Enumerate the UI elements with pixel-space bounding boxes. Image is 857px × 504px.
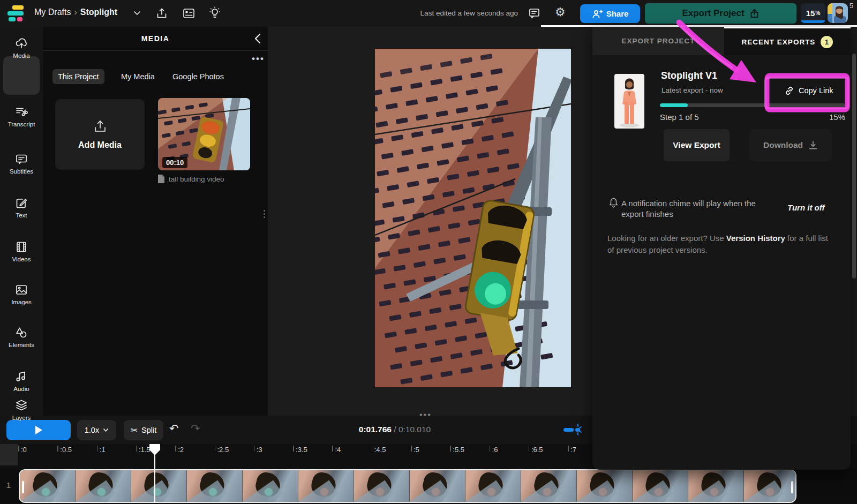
export-panel: EXPORT PROJECT RECENT EXPORTS 1 Stopligh…: [592, 27, 851, 470]
ruler-tick: [97, 446, 98, 452]
tab-google-photos[interactable]: Google Photos: [167, 69, 229, 84]
export-progress-badge-bar: [801, 20, 825, 23]
filmstrip-frame[interactable]: [298, 470, 354, 502]
ruler-tick-label: :6.5: [531, 446, 543, 454]
filmstrip-frame[interactable]: [354, 470, 410, 502]
breadcrumb-folder[interactable]: My Drafts: [34, 7, 71, 17]
share-button-label: Share: [606, 9, 629, 18]
filmstrip-frame[interactable]: [187, 470, 243, 502]
clip-trim-handle-right[interactable]: [791, 481, 793, 493]
export-project-button[interactable]: Export Project: [645, 3, 796, 24]
ruler-tick: [411, 446, 412, 452]
project-menu-chevron-icon[interactable]: [133, 10, 141, 17]
ruler-tick: [372, 446, 373, 452]
media-item-caption[interactable]: tall building video: [157, 175, 224, 183]
redo-button[interactable]: ↷: [191, 422, 200, 435]
view-export-button[interactable]: View Export: [664, 129, 730, 161]
panel-scrollbar[interactable]: [852, 54, 856, 279]
tab-my-media[interactable]: My Media: [116, 69, 160, 84]
sidebar-item-media[interactable]: Media: [0, 36, 43, 59]
filmstrip-frame[interactable]: [688, 470, 744, 502]
media-item-duration-badge: 00:10: [162, 157, 187, 168]
share-button[interactable]: Share: [580, 4, 640, 23]
sidebar-item-audio[interactable]: Audio: [0, 370, 43, 392]
copy-link-button[interactable]: Copy Link: [784, 81, 833, 100]
sidebar-item-label: Subtitles: [10, 168, 33, 175]
filmstrip-frame[interactable]: [410, 470, 465, 502]
export-progress-badge[interactable]: 15%: [801, 3, 825, 23]
export-thumbnail[interactable]: [614, 74, 644, 129]
breadcrumb-project[interactable]: Stoplight: [80, 7, 117, 17]
text-pencil-icon: [14, 196, 28, 210]
play-button[interactable]: [6, 420, 71, 440]
copy-link-label: Copy Link: [799, 86, 833, 95]
video-preview[interactable]: [375, 49, 571, 387]
tab-export-project[interactable]: EXPORT PROJECT: [592, 27, 724, 55]
recent-exports-count-badge: 1: [821, 36, 833, 48]
filmstrip-frame[interactable]: [577, 470, 633, 502]
sidebar-item-videos[interactable]: Videos: [0, 240, 43, 262]
version-history-link[interactable]: Version History: [726, 234, 785, 243]
tab-this-project[interactable]: This Project: [52, 69, 104, 84]
sidebar-item-elements[interactable]: Elements: [0, 326, 43, 348]
sidebar-item-label: Text: [16, 212, 27, 219]
media-panel-title: MEDIA: [43, 34, 268, 43]
undo-button[interactable]: ↶: [169, 422, 179, 435]
playback-speed-button[interactable]: 1.0x: [77, 420, 116, 440]
split-button[interactable]: ✂ Split: [124, 420, 163, 440]
sidebar-item-images[interactable]: Images: [0, 283, 43, 305]
sidebar-item-transcript[interactable]: Transcript: [0, 105, 43, 127]
upload-icon[interactable]: [155, 7, 168, 20]
tab-recent-exports[interactable]: RECENT EXPORTS 1: [724, 27, 851, 55]
tab-label: EXPORT PROJECT: [621, 37, 695, 45]
filmstrip-frame[interactable]: [20, 470, 76, 502]
collapse-panel-icon[interactable]: [253, 33, 262, 44]
filmstrip-frame[interactable]: [633, 470, 688, 502]
export-percent-text: 15%: [792, 112, 845, 122]
filmstrip-frame[interactable]: [131, 470, 187, 502]
clip-trim-handle-left[interactable]: [22, 481, 24, 493]
video-clip-filmstrip[interactable]: [19, 469, 796, 503]
comments-icon[interactable]: [528, 7, 541, 20]
lightbulb-icon[interactable]: [208, 6, 222, 20]
left-sidebar: Media Transcript Subtitles Text Videos I…: [0, 27, 43, 416]
ruler-tick-label: :1.5: [139, 446, 151, 454]
ruler-tick: [254, 446, 255, 452]
kapwing-editor: My Drafts›Stoplight Last edited a few se…: [0, 0, 857, 504]
filmstrip-frame[interactable]: [465, 470, 521, 502]
app-logo[interactable]: [7, 5, 28, 21]
media-panel: MEDIA ••• This Project My Media Google P…: [43, 27, 268, 416]
panel-resize-handle[interactable]: [264, 210, 265, 218]
media-more-options-icon[interactable]: •••: [252, 54, 265, 64]
user-avatar[interactable]: [828, 3, 848, 23]
transcript-icon: [14, 105, 28, 119]
view-export-label: View Export: [673, 140, 720, 150]
settings-gear-icon[interactable]: ⚙: [555, 5, 566, 19]
chevron-down-icon: [103, 428, 109, 432]
sidebar-item-label: Elements: [9, 342, 34, 348]
ruler-gutter: [0, 444, 18, 465]
filmstrip-frame[interactable]: [521, 470, 577, 502]
version-history-note: Looking for an older export? Use Version…: [607, 232, 837, 255]
filmstrip-frame[interactable]: [744, 470, 796, 502]
add-media-label: Add Media: [78, 140, 122, 150]
sidebar-item-layers[interactable]: Layers: [0, 398, 43, 421]
download-button[interactable]: Download: [749, 129, 832, 161]
sidebar-item-subtitles[interactable]: Subtitles: [0, 152, 43, 175]
add-media-button[interactable]: Add Media: [55, 99, 145, 170]
download-label: Download: [763, 140, 803, 150]
playhead-line: [154, 453, 155, 503]
media-upload-cloud-icon: [14, 36, 28, 50]
filmstrip-frame[interactable]: [76, 470, 131, 502]
sidebar-item-text[interactable]: Text: [0, 196, 43, 219]
ruler-tick-label: :3: [257, 446, 262, 454]
timeline-fit-icon[interactable]: [561, 422, 583, 437]
filmstrip-frame[interactable]: [243, 470, 298, 502]
ruler-tick-label: :0.5: [60, 446, 72, 454]
ruler-tick: [568, 446, 569, 452]
turn-it-off-link[interactable]: Turn it off: [787, 203, 824, 212]
ruler-tick: [450, 446, 451, 452]
export-progress-badge-value: 15: [806, 9, 815, 18]
last-edited-status: Last edited a few seconds ago: [411, 9, 518, 17]
keyboard-shortcuts-icon[interactable]: [182, 7, 196, 19]
